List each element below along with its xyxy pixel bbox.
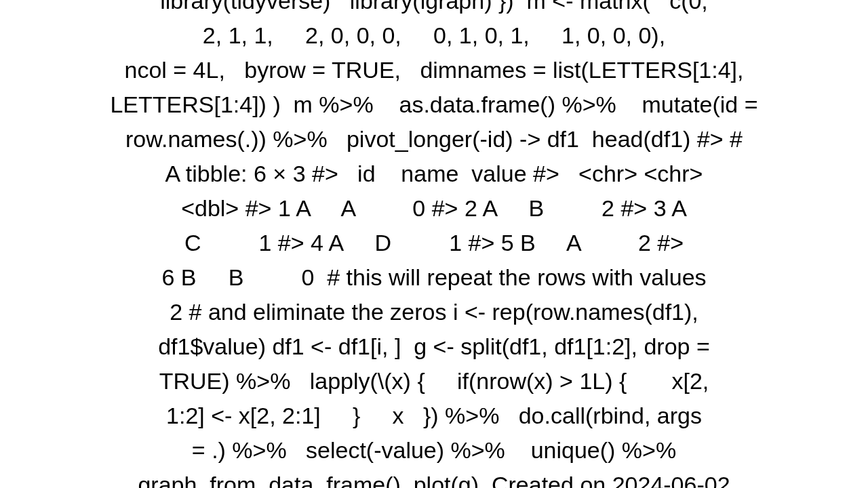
code-snippet-text: library(tidyverse) library(igraph) }) m …: [110, 0, 757, 488]
page: library(tidyverse) library(igraph) }) m …: [0, 0, 868, 488]
